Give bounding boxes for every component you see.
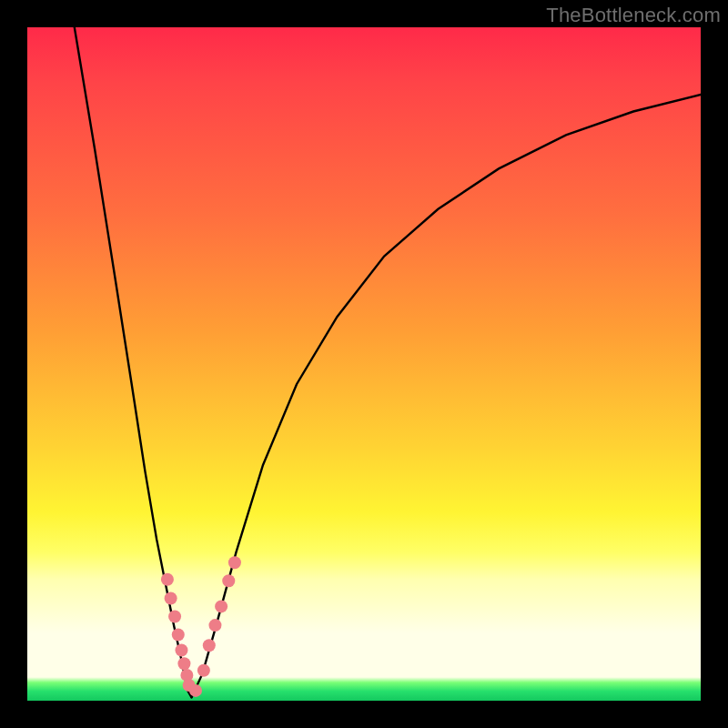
data-marker bbox=[228, 556, 241, 569]
data-marker bbox=[175, 644, 187, 657]
plot-area bbox=[27, 27, 701, 701]
data-marker bbox=[222, 574, 235, 587]
data-marker bbox=[161, 573, 174, 586]
data-marker bbox=[208, 619, 221, 632]
data-marker bbox=[189, 684, 202, 697]
chart-overlay bbox=[27, 27, 701, 701]
data-marker bbox=[177, 657, 190, 670]
data-marker bbox=[215, 600, 228, 612]
curve-right-branch bbox=[192, 95, 701, 697]
data-marker bbox=[172, 628, 185, 641]
data-marker bbox=[168, 611, 181, 623]
markers-right-group bbox=[189, 556, 241, 697]
chart-frame: TheBottleneck.com bbox=[0, 0, 728, 728]
data-marker bbox=[165, 592, 177, 605]
data-marker bbox=[197, 664, 210, 677]
data-marker bbox=[203, 639, 216, 652]
watermark-text: TheBottleneck.com bbox=[546, 4, 721, 27]
